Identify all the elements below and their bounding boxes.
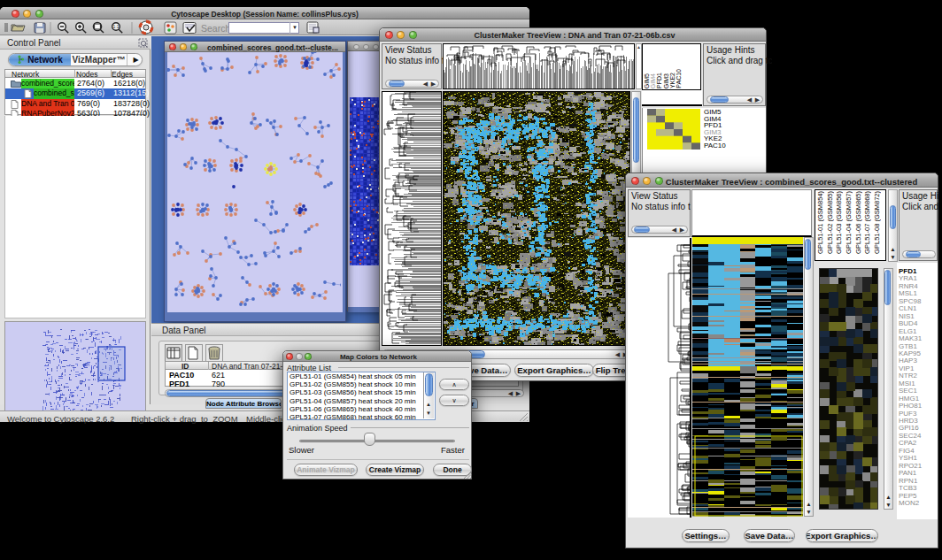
svg-text:1:1: 1:1 <box>113 24 120 29</box>
